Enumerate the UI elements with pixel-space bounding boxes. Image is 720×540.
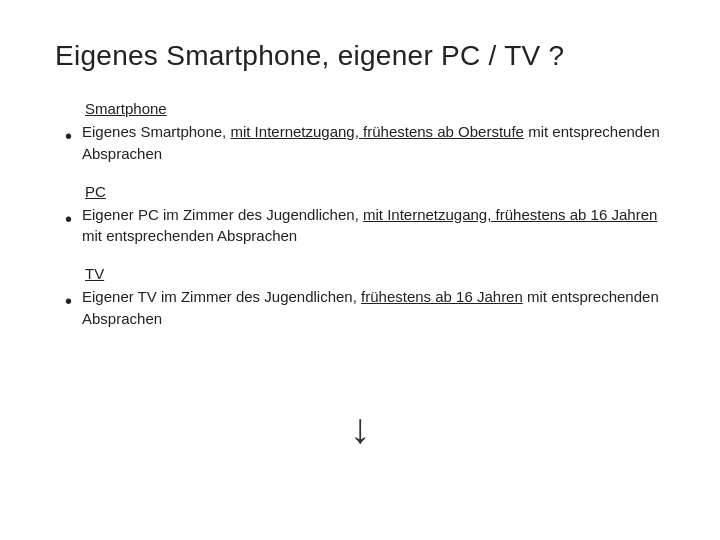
pc-bullet: • Eigener PC im Zimmer des Jugendlichen,… bbox=[65, 204, 665, 248]
pc-text-prefix: Eigener PC im Zimmer des Jugendlichen, bbox=[82, 206, 363, 223]
smartphone-text-link: mit Internetzugang, frühestens ab Oberst… bbox=[230, 123, 524, 140]
section-tv: TV • Eigener TV im Zimmer des Jugendlich… bbox=[55, 265, 665, 330]
smartphone-bullet: • Eigenes Smartphone, mit Internetzugang… bbox=[65, 121, 665, 165]
tv-text: Eigener TV im Zimmer des Jugendlichen, f… bbox=[82, 286, 665, 330]
content-area: Smartphone • Eigenes Smartphone, mit Int… bbox=[55, 100, 665, 500]
tv-bullet: • Eigener TV im Zimmer des Jugendlichen,… bbox=[65, 286, 665, 330]
bullet-dot-pc: • bbox=[65, 205, 72, 233]
tv-heading: TV bbox=[85, 265, 665, 282]
slide-title: Eigenes Smartphone, eigener PC / TV ? bbox=[55, 40, 665, 72]
tv-text-prefix: Eigener TV im Zimmer des Jugendlichen, bbox=[82, 288, 361, 305]
tv-text-link: frühestens ab 16 Jahren bbox=[361, 288, 523, 305]
slide: Eigenes Smartphone, eigener PC / TV ? Sm… bbox=[0, 0, 720, 540]
pc-text-suffix: mit entsprechenden Absprachen bbox=[82, 227, 297, 244]
bullet-dot-smartphone: • bbox=[65, 122, 72, 150]
smartphone-text-prefix: Eigenes Smartphone, bbox=[82, 123, 230, 140]
section-pc: PC • Eigener PC im Zimmer des Jugendlich… bbox=[55, 183, 665, 248]
bullet-dot-tv: • bbox=[65, 287, 72, 315]
section-smartphone: Smartphone • Eigenes Smartphone, mit Int… bbox=[55, 100, 665, 165]
pc-text-link: mit Internetzugang, frühestens ab 16 Jah… bbox=[363, 206, 657, 223]
pc-text: Eigener PC im Zimmer des Jugendlichen, m… bbox=[82, 204, 665, 248]
pc-heading: PC bbox=[85, 183, 665, 200]
smartphone-text: Eigenes Smartphone, mit Internetzugang, … bbox=[82, 121, 665, 165]
arrow-container: ↓ bbox=[55, 348, 665, 501]
down-arrow-icon: ↓ bbox=[350, 405, 371, 453]
smartphone-heading: Smartphone bbox=[85, 100, 665, 117]
